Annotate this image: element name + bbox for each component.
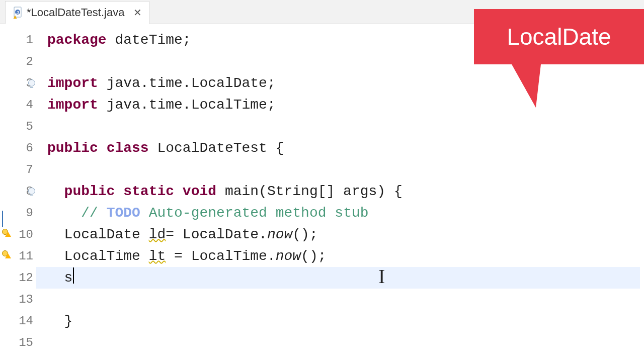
annotation-callout: LocalDate (474, 9, 644, 88)
line-number: 3 (14, 72, 33, 94)
callout-label: LocalDate (474, 9, 644, 64)
code-line: import java.time.LocalTime; (47, 94, 644, 116)
warning-bulb-icon[interactable] (2, 250, 11, 259)
code-line (47, 332, 644, 353)
line-number: 15 (14, 332, 33, 353)
line-number: 6 (14, 137, 33, 159)
marker-gutter (0, 29, 14, 353)
editor-window: J *LocalDateTest.java ✕ (0, 0, 644, 362)
line-number: 4 (14, 94, 33, 116)
line-number-gutter: 1 2 3 4 5 6 7 8 9 10 11 12 13 14 15 (14, 29, 36, 353)
code-line: LocalTime lt = LocalTime.now(); (47, 245, 644, 267)
line-number: 10 (14, 224, 33, 245)
code-line (47, 116, 644, 137)
code-line: LocalDate ld= LocalDate.now(); (47, 224, 644, 245)
code-line (47, 159, 644, 180)
line-number: 5 (14, 116, 33, 137)
code-line: public class LocalDateTest { (47, 137, 644, 159)
callout-tail-icon (512, 64, 541, 108)
line-number: 1 (14, 29, 33, 51)
code-line: } (47, 310, 644, 332)
line-number: 8 (14, 180, 33, 202)
line-number: 9 (14, 202, 33, 224)
warning-bulb-icon[interactable] (2, 229, 11, 238)
svg-text:J: J (16, 10, 19, 15)
mouse-text-caret-icon: I (378, 264, 385, 288)
tab-title: *LocalDateTest.java (27, 6, 124, 19)
fold-toggle-icon[interactable] (28, 188, 35, 195)
fold-toggle-icon[interactable] (28, 79, 35, 86)
editor-tab[interactable]: J *LocalDateTest.java ✕ (5, 1, 149, 24)
line-number: 7 (14, 159, 33, 180)
edit-marker-icon (2, 208, 11, 217)
text-cursor (73, 267, 74, 284)
close-tab-icon[interactable]: ✕ (133, 7, 142, 19)
line-number: 11 (14, 245, 33, 267)
code-line (47, 289, 644, 310)
code-line: // TODO Auto-generated method stub (47, 202, 644, 224)
line-number: 13 (14, 289, 33, 310)
java-file-icon: J (13, 7, 23, 19)
line-number: 12 (14, 267, 33, 289)
code-line: public static void main(String[] args) { (47, 180, 644, 202)
line-number: 14 (14, 310, 33, 332)
code-line-current: s (36, 267, 640, 289)
line-number: 2 (14, 51, 33, 72)
